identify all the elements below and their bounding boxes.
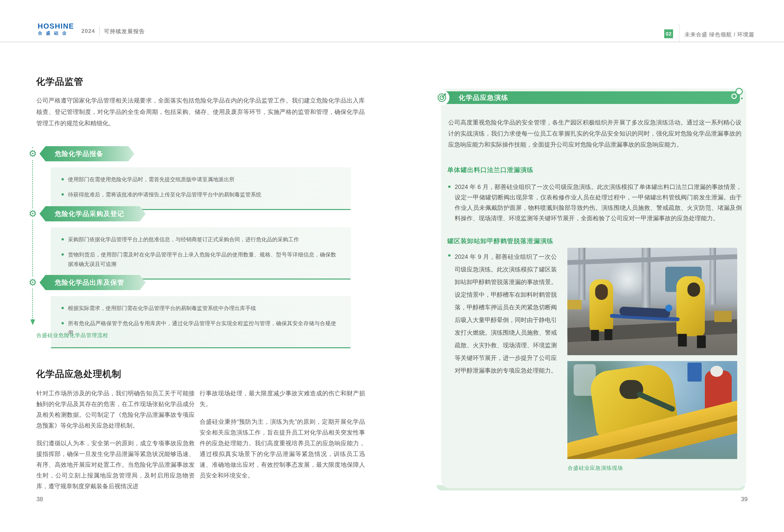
bullet-dot-icon xyxy=(61,253,64,256)
sign-shape xyxy=(688,363,702,382)
helmet-shape xyxy=(710,366,723,377)
header-report-title: 可持续发展报告 xyxy=(104,28,145,35)
bullet-text: 货物到货后，使用部门需及时在化学品管理平台上录入危险化学品的使用数量、规格、型号… xyxy=(68,250,336,269)
flow-step-title: 危险化学品报备 xyxy=(39,146,103,161)
bullet-dot-icon xyxy=(448,186,451,188)
chapter-number-badge: 02 xyxy=(664,29,673,38)
report-spread: HOSHINE 合盛硅业 2024 可持续发展报告 02 未来合盛 绿色领航 /… xyxy=(0,0,784,532)
section-title-emergency-mechanism: 化学品应急处理机制 xyxy=(36,368,121,380)
bullet-dot-icon xyxy=(61,238,64,241)
bullet-dot-icon xyxy=(448,254,451,257)
target-icon xyxy=(434,90,449,105)
flow-caption: 合盛硅业危险化学品管理流程 xyxy=(36,332,108,339)
text-column-left: 针对工作场所涉及的化学品，我们明确告知员工关于可能接触到的化学品及其存在的危害，… xyxy=(36,388,195,499)
bubble-decoration-icon xyxy=(735,88,743,95)
header-year: 2024 xyxy=(81,28,95,34)
list-item: 根据实际需求，使用部门需在化学品管理平台的易制毒监管系统中办理出库手续 xyxy=(61,303,336,313)
flow-arrow-down-icon xyxy=(30,319,35,325)
case2-text: 2024 年 9 月，鄯善硅业组织了一次公司级应急演练。此次演练模拟了罐区装卸站… xyxy=(455,250,557,377)
case1-text: 2024 年 6 月，鄯善硅业组织了一次公司级应急演练。此次演练模拟了单体罐出料… xyxy=(455,182,742,223)
page-number-left: 38 xyxy=(36,496,43,503)
visor-shape xyxy=(595,284,608,300)
bullet-text: 待获得批准后，需将该批准的申请报告上传至化学品管理平台中的易制毒监管系统 xyxy=(68,190,261,199)
header-divider xyxy=(99,26,100,35)
flow-connector-line xyxy=(32,147,33,320)
helmet-shape xyxy=(665,305,672,312)
gear-icon: ⚙ xyxy=(27,277,38,288)
bullet-dot-icon xyxy=(61,307,64,309)
list-item: 待获得批准后，需将该批准的申请报告上传至化学品管理平台中的易制毒监管系统 xyxy=(61,190,336,199)
flow-step-title: 危险化学品采购及登记 xyxy=(39,206,124,221)
bullet-text: 采购部门依据化学品管理平台上的批准信息，与经销商签订正式采购合同，进行危化品的采… xyxy=(68,235,299,244)
paragraph: 我们遵循以人为本，安全第一的原则，成立专项事故应急救援指挥部，确保一旦发生化学品… xyxy=(36,438,195,492)
bubble-decoration-icon xyxy=(740,97,744,100)
hoshine-logo: HOSHINE xyxy=(37,22,74,30)
paragraph: 针对工作场所涉及的化学品，我们明确告知员工关于可能接触到的化学品及其存在的危害，… xyxy=(36,388,195,431)
boot-shape xyxy=(678,334,687,346)
case1-body: 2024 年 6 月，鄯善硅业组织了一次公司级应急演练。此次演练模拟了单体罐出料… xyxy=(448,182,742,223)
yellow-curb-shape xyxy=(714,311,732,322)
drill-photo-hose-work xyxy=(567,361,737,459)
bullet-dot-icon xyxy=(61,322,64,325)
list-item: 货物到货后，使用部门需及时在化学品管理平台上录入危险化学品的使用数量、规格、型号… xyxy=(61,250,336,269)
flow-step-box: 根据实际需求，使用部门需在化学品管理平台的易制毒监管系统中办理出库手续 所有危化… xyxy=(51,296,351,348)
header-rule xyxy=(0,42,784,42)
case1-title: 单体罐出料口法兰口泄漏演练 xyxy=(447,166,534,174)
paragraph: 合盛硅业秉持“预防为主，演练为先”的原则，定期开展化学品安全相关应急演练工作，旨… xyxy=(200,416,365,481)
bullet-text: 根据实际需求，使用部门需在化学品管理平台的易制毒监管系统中办理出库手续 xyxy=(68,303,256,313)
bullet-text: 使用部门在需使用危险化学品时，需首先提交纸质版申请至属地派出所 xyxy=(68,175,234,184)
photo-caption: 合盛硅业应急演练现场 xyxy=(568,465,623,472)
chemical-supervision-intro: 公司严格遵守国家化学品管理相关法规要求，全面落实包括危险化学品在内的化学品监管工… xyxy=(36,95,365,129)
panel-title: 化学品应急演练 xyxy=(458,91,508,104)
boot-shape xyxy=(605,329,612,340)
page-number-right: 39 xyxy=(741,496,748,503)
pipe-shape xyxy=(579,248,585,300)
yellow-curb-shape xyxy=(567,300,582,309)
chapter-divider xyxy=(679,24,679,43)
case2-title: 罐区装卸站卸甲醇鹤管脱落泄漏演练 xyxy=(447,237,554,245)
hoshine-logo-chinese: 合盛硅业 xyxy=(38,30,70,36)
list-item: 采购部门依据化学品管理平台上的批准信息，与经销商签订正式采购合同，进行危化品的采… xyxy=(61,235,336,244)
chapter-title: 未来合盛 绿色领航 / 环境篇 xyxy=(684,31,754,38)
section-title-chemical-supervision: 化学品监管 xyxy=(36,76,83,88)
bubble-decoration-icon xyxy=(731,93,737,99)
flow-step-box: 使用部门在需使用危险化学品时，需首先提交纸质版申请至属地派出所 待获得批准后，需… xyxy=(51,167,351,210)
flow-step-banner-report: 危险化学品报备 xyxy=(39,146,134,161)
visor-shape xyxy=(688,282,700,297)
list-item: 使用部门在需使用危险化学品时，需首先提交纸质版申请至属地派出所 xyxy=(61,175,336,184)
bullet-dot-icon xyxy=(61,193,64,196)
panel-intro: 公司高度重视危险化学品的安全管理，各生产园区积极组织并开展了多次应急演练活动。通… xyxy=(448,117,741,150)
case2-body: 2024 年 9 月，鄯善硅业组织了一次公司级应急演练。此次演练模拟了罐区装卸站… xyxy=(448,250,557,377)
flow-step-banner-purchase: 危险化学品采购及登记 xyxy=(39,206,146,221)
gear-icon: ⚙ xyxy=(27,148,38,159)
text-column-right: 行事故现场处理，最大限度减少事故灾难造成的伤亡和财产损失。 合盛硅业秉持“预防为… xyxy=(200,388,365,488)
flow-step-title: 危险化学品出库及保管 xyxy=(39,275,124,290)
flow-step-box: 采购部门依据化学品管理平台上的批准信息，与经销商签订正式采购合同，进行危化品的采… xyxy=(51,227,351,280)
drill-photo-stretcher xyxy=(567,248,737,355)
boot-shape xyxy=(697,335,706,348)
gear-icon: ⚙ xyxy=(27,208,38,219)
flow-step-banner-storage: 危险化学品出库及保管 xyxy=(39,275,146,290)
paragraph: 行事故现场处理，最大限度减少事故灾难造成的伤亡和财产损失。 xyxy=(200,388,365,410)
boot-shape xyxy=(591,330,599,341)
bullet-dot-icon xyxy=(61,178,64,180)
